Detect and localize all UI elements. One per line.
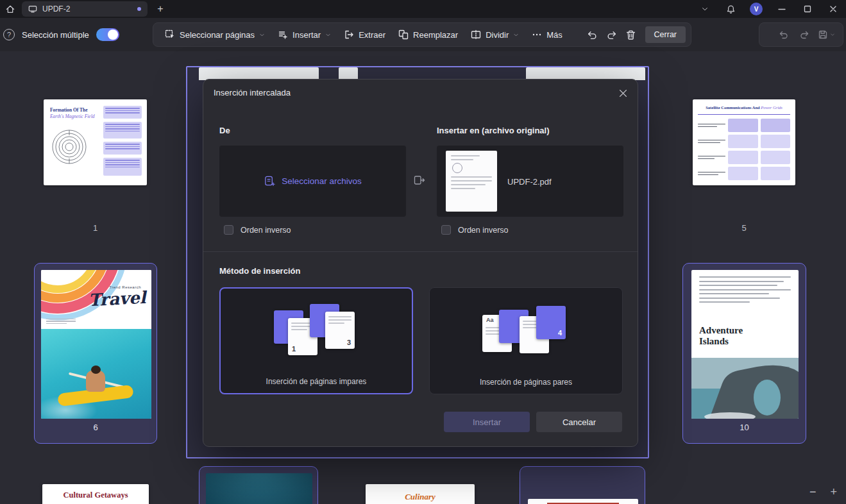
page-thumbnail-10[interactable]: Adventure Islands [691,270,799,419]
select-pages-label: Seleccionar páginas [180,30,255,40]
page-card-underwater-selected[interactable] [199,466,318,504]
undo-button-global[interactable] [774,25,793,44]
travel-text-lines [46,319,76,326]
even-insertion-illustration: Aa 2 4 [481,302,571,361]
home-button[interactable] [0,0,21,18]
extract-button[interactable]: Extraer [337,25,392,44]
page5-rule [698,114,790,115]
redo-button-global[interactable] [795,25,814,44]
from-label: De [219,126,230,135]
page1-title-line1: Formation Of The [50,107,88,113]
toggle-knob [108,29,118,40]
extract-icon [344,29,354,40]
avatar: V [750,3,763,15]
notifications-button[interactable] [718,0,743,18]
page-thumbnail-5[interactable]: Satellite Communications And Power Grids [693,99,795,185]
underwater-photo-thumbnail[interactable] [206,473,312,504]
titlebar: UPDF-2 + V [0,0,846,18]
hidden-thumbnail-edge [339,67,358,80]
multi-select-toggle[interactable] [96,28,119,41]
kayak-photo [41,329,151,419]
even-insertion-caption: Inserción de páginas pares [430,378,622,387]
zoom-controls: − + [809,485,837,499]
page10-title-line1: Adventure [699,325,743,336]
replace-button[interactable]: Reemplazar [392,25,464,44]
reverse-order-left-checkbox[interactable] [224,225,233,235]
maximize-button[interactable] [795,0,820,18]
select-files-button[interactable]: Seleccionar archivos [264,175,362,187]
page10-title: Adventure Islands [699,325,743,348]
home-icon [5,4,15,14]
document-tab[interactable]: UPDF-2 [22,1,148,17]
save-button[interactable] [815,29,838,40]
split-label: Dividir [486,30,509,40]
insert-button-toolbar[interactable]: Insertar [271,25,337,44]
chevron-down-icon [513,32,519,38]
close-icon [829,5,837,13]
insert-icon [278,29,288,40]
island-arch-photo [691,358,799,419]
travel-brand: Travel [89,288,147,310]
page10-title-line2: Islands [699,336,743,347]
split-icon [471,29,481,40]
page-card-10-selected[interactable]: Adventure Islands 10 [682,263,806,444]
redo-button[interactable] [602,25,622,44]
page-number-5: 5 [693,223,795,233]
odd-page-number-1: 1 [292,345,296,353]
page-thumbnail-culinary[interactable]: Culinary Island Tours [366,484,475,504]
page5-title: Satellite Communications And Power Grids [693,105,795,110]
insert-button[interactable]: Insertar [444,412,530,432]
cancel-button[interactable]: Cancelar [536,412,622,432]
page-thumbnail-partial[interactable] [528,499,638,504]
sample-text: Aa [486,317,494,323]
select-files-label: Seleccionar archivos [282,176,362,186]
help-button[interactable]: ? [3,29,15,40]
toolbar: ? Selección múltiple Seleccionar páginas… [0,18,846,51]
split-button[interactable]: Dividir [464,25,525,44]
maximize-icon [804,5,811,13]
chevron-down-icon [830,32,835,37]
titlebar-right: V [692,0,846,18]
page5-table [698,119,790,180]
file-plus-icon [264,175,276,187]
reverse-order-right-checkbox[interactable] [441,225,451,235]
close-tool-button[interactable]: Cerrar [645,26,686,43]
zoom-out-button[interactable]: − [809,485,816,499]
page-number-6: 6 [35,423,157,432]
new-tab-button[interactable]: + [151,0,169,18]
select-pages-button[interactable]: Seleccionar páginas [158,25,271,44]
undo-button[interactable] [583,25,602,44]
close-window-button[interactable] [820,0,846,18]
updf-window: UPDF-2 + V ? S [0,0,846,504]
odd-insertion-option[interactable]: 1 3 Inserción de páginas impares [219,287,413,394]
select-files-dropzone[interactable]: Seleccionar archivos [219,146,406,217]
even-insertion-option[interactable]: Aa 2 4 Inserción de páginas pares [429,287,623,394]
more-button[interactable]: Más [525,25,569,44]
account-button[interactable]: V [743,0,769,18]
delete-pages-button[interactable] [622,25,641,44]
unsaved-dot-icon [137,7,141,11]
minimize-button[interactable] [769,0,795,18]
chevron-down-icon [701,5,709,13]
multi-select-label: Selección múltiple [22,30,89,40]
page-card-6-selected[interactable]: Trend Research Travel 6 [34,263,157,444]
titlebar-menu-button[interactable] [692,0,718,18]
redo-icon [799,29,809,40]
dialog-close-button[interactable] [617,87,629,99]
page-number-1: 1 [44,223,147,233]
zoom-in-button[interactable]: + [830,485,837,499]
odd-insertion-illustration: 1 3 [271,303,361,362]
undo-icon [587,29,598,40]
reverse-order-right-label: Orden inverso [458,226,509,235]
page-thumbnail-cultural[interactable]: Cultural Getaways [42,484,149,504]
odd-page-number-3: 3 [347,339,351,346]
save-icon [818,29,828,40]
page-card-selected[interactable] [520,466,645,504]
select-pages-icon [165,29,175,40]
page-thumbnail-6[interactable]: Trend Research Travel [41,270,151,419]
extract-label: Extraer [359,30,385,40]
hidden-thumbnail-edge [199,67,319,80]
chevron-down-icon [325,32,331,38]
page-thumbnail-1[interactable]: Formation Of The Earth's Magnetic Field [44,99,147,185]
mini-spiral [452,163,462,173]
